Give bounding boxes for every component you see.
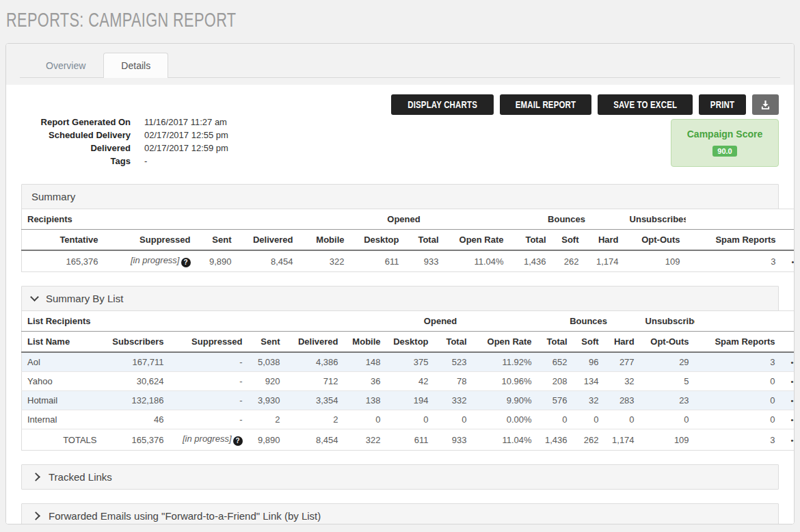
- col-soft: Soft: [552, 230, 585, 251]
- group-unsubscribes: Unsubscribes: [624, 209, 686, 230]
- table-row-totals: TOTALS 165,376 [in progress]? 9,890 8,45…: [22, 429, 795, 451]
- chevron-down-icon: [30, 293, 39, 302]
- summary-data-row: 165,376 [in progress]? 9,890 8,454 322 6…: [22, 250, 795, 272]
- table-row-hotmail: Hotmail 132,186 - 3,930 3,354 138 194 33…: [22, 391, 795, 410]
- tracked-links-section-header[interactable]: Tracked Links: [21, 464, 779, 490]
- col-open-rate: Open Rate: [472, 332, 537, 353]
- meta-row: Report Generated On 11/16/2017 11:27 am: [21, 117, 228, 127]
- print-button[interactable]: PRINT: [699, 94, 746, 115]
- meta-value: -: [144, 156, 147, 166]
- summary-section-header: Summary: [21, 184, 779, 209]
- col-subscribers: Subscribers: [103, 332, 170, 353]
- chevron-right-icon: [31, 473, 40, 481]
- save-to-excel-button[interactable]: SAVE TO EXCEL: [598, 94, 693, 115]
- meta-row: Tags -: [21, 156, 228, 166]
- col-opt-outs: Opt-Outs: [624, 230, 686, 251]
- forwarded-emails-title: Forwarded Emails using "Forward-to-a-Fri…: [49, 510, 321, 522]
- download-button[interactable]: [752, 94, 779, 115]
- col-sent: Sent: [196, 230, 237, 251]
- download-icon: [760, 100, 771, 110]
- col-desktop: Desktop: [386, 332, 434, 353]
- col-sent: Sent: [248, 332, 286, 353]
- col-desktop: Desktop: [350, 230, 405, 251]
- col-spam-reports: Spam Reports: [695, 332, 781, 353]
- col-suppressed: Suppressed: [104, 230, 196, 251]
- table-row-aol: Aol 167,711 - 5,038 4,386 148 375 523 11…: [22, 352, 795, 372]
- group-unsubscribes: Unsubscribes: [640, 311, 695, 332]
- campaign-score-label: Campaign Score: [677, 129, 773, 139]
- chevron-right-icon: [31, 511, 40, 520]
- row-menu-icon[interactable]: •••: [791, 377, 795, 386]
- summary-column-header-row: Tentative Suppressed Sent Delivered Mobi…: [22, 230, 795, 251]
- group-list-recipients: List Recipients: [22, 311, 248, 332]
- summary-by-list-table: List Recipients Opened Bounces Unsubscri…: [21, 310, 795, 451]
- meta-value: 02/17/2017 12:59 pm: [144, 143, 228, 153]
- col-total-bounces: Total: [509, 230, 552, 251]
- meta-label: Scheduled Delivery: [21, 130, 131, 140]
- tab-details[interactable]: Details: [103, 53, 168, 78]
- col-opt-outs: Opt-Outs: [640, 332, 695, 353]
- page-title: REPORTS: CAMPAIGN REPORT: [0, 0, 600, 31]
- col-suppressed: Suppressed: [170, 332, 248, 353]
- table-row-yahoo: Yahoo 30,624 - 920 712 36 42 78 10.96% 2…: [22, 372, 795, 391]
- group-opened: Opened: [299, 209, 509, 230]
- help-icon[interactable]: ?: [233, 436, 243, 446]
- row-menu-icon[interactable]: •••: [791, 397, 795, 405]
- meta-value: 02/17/2017 12:55 pm: [144, 130, 228, 140]
- forwarded-emails-section-header[interactable]: Forwarded Emails using "Forward-to-a-Fri…: [21, 503, 779, 524]
- list-column-header-row: List Name Subscribers Suppressed Sent De…: [22, 332, 795, 353]
- col-total-opened: Total: [434, 332, 472, 353]
- col-open-rate: Open Rate: [444, 230, 509, 251]
- col-spam-reports: Spam Reports: [686, 230, 782, 251]
- col-delivered: Delivered: [237, 230, 299, 251]
- summary-by-list-section-header[interactable]: Summary By List: [21, 286, 779, 311]
- col-delivered: Delivered: [286, 332, 344, 353]
- card-body: Report Generated On 11/16/2017 11:27 am …: [6, 85, 794, 524]
- toolbar: DISPLAY CHARTS EMAIL REPORT SAVE TO EXCE…: [391, 94, 779, 115]
- meta-value: 11/16/2017 11:27 am: [144, 117, 227, 127]
- col-soft: Soft: [573, 332, 604, 353]
- group-bounces: Bounces: [509, 209, 624, 230]
- col-tentative: Tentative: [22, 230, 104, 251]
- list-group-header-row: List Recipients Opened Bounces Unsubscri…: [22, 311, 795, 332]
- col-hard: Hard: [604, 332, 640, 353]
- group-bounces: Bounces: [537, 311, 640, 332]
- col-list-name: List Name: [22, 332, 103, 353]
- report-card: Overview Details Report Generated On 11/…: [5, 43, 795, 524]
- summary-section-title: Summary: [31, 191, 75, 202]
- meta-label: Tags: [21, 156, 131, 166]
- meta-row: Scheduled Delivery 02/17/2017 12:55 pm: [21, 130, 228, 140]
- email-report-button[interactable]: EMAIL REPORT: [500, 94, 591, 115]
- row-menu-icon[interactable]: •••: [792, 258, 795, 266]
- table-row-internal: Internal 46 - 2 2 0 0 0 0.00% 0 0 0 0 0 …: [22, 410, 795, 429]
- summary-group-header-row: Recipients Opened Bounces Unsubscribes: [22, 209, 795, 230]
- summary-by-list-title: Summary By List: [46, 293, 123, 304]
- group-opened: Opened: [344, 311, 537, 332]
- meta-label: Delivered: [21, 143, 131, 153]
- campaign-score-card: Campaign Score 90.0: [671, 119, 779, 167]
- tracked-links-title: Tracked Links: [49, 471, 112, 483]
- col-total-opened: Total: [405, 230, 444, 251]
- row-menu-icon[interactable]: •••: [791, 436, 795, 444]
- col-total-bounces: Total: [537, 332, 573, 353]
- row-menu-icon[interactable]: •••: [791, 416, 795, 424]
- meta-label: Report Generated On: [21, 117, 131, 127]
- display-charts-button[interactable]: DISPLAY CHARTS: [391, 94, 494, 115]
- help-icon[interactable]: ?: [181, 258, 191, 267]
- meta-row: Delivered 02/17/2017 12:59 pm: [21, 143, 228, 153]
- tab-overview[interactable]: Overview: [28, 53, 103, 78]
- card-header: Overview Details: [6, 44, 794, 85]
- summary-table: Recipients Opened Bounces Unsubscribes T…: [21, 209, 795, 272]
- tab-bar: Overview Details: [20, 53, 780, 78]
- row-menu-icon[interactable]: •••: [791, 358, 795, 367]
- col-hard: Hard: [585, 230, 624, 251]
- campaign-score-value: 90.0: [712, 146, 736, 157]
- col-mobile: Mobile: [299, 230, 350, 251]
- report-meta: Report Generated On 11/16/2017 11:27 am …: [21, 117, 228, 169]
- group-recipients: Recipients: [22, 209, 196, 230]
- col-mobile: Mobile: [344, 332, 386, 353]
